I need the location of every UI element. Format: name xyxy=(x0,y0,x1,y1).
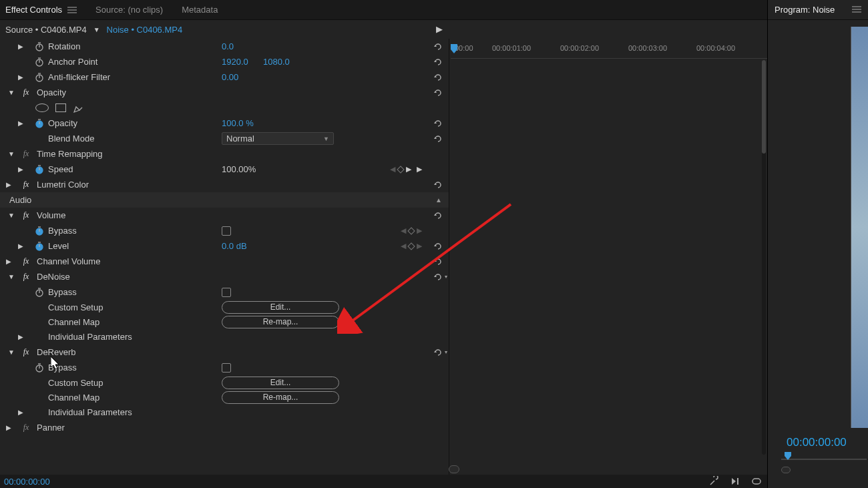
stopwatch-icon[interactable] xyxy=(35,42,44,51)
expand-toggle[interactable]: ▼ xyxy=(8,348,15,356)
program-ruler[interactable] xyxy=(781,452,867,464)
play-only-icon[interactable]: ▶ xyxy=(436,24,443,34)
expand-toggle[interactable]: ▶ xyxy=(17,242,24,250)
collapse-icon[interactable]: ▲ xyxy=(435,196,442,204)
play-icon[interactable]: ▶ xyxy=(417,165,422,174)
chevron-down-icon[interactable]: ▼ xyxy=(93,26,100,33)
stopwatch-icon[interactable] xyxy=(35,119,44,128)
add-keyframe-icon[interactable] xyxy=(407,227,415,234)
anchor-x-value[interactable]: 1920.0 xyxy=(222,57,248,67)
expand-toggle[interactable]: ▶ xyxy=(17,166,24,173)
reset-icon[interactable] xyxy=(433,256,443,267)
fx-badge-icon[interactable]: fx xyxy=(21,210,31,220)
current-timecode[interactable]: 00:00:00:00 xyxy=(0,477,50,487)
panel-menu-icon[interactable] xyxy=(67,7,77,13)
rect-mask-icon[interactable] xyxy=(55,103,66,112)
fx-badge-icon[interactable]: fx xyxy=(21,272,31,282)
fx-badge-icon[interactable]: fx xyxy=(21,423,31,433)
bypass-checkbox[interactable] xyxy=(222,288,231,297)
add-keyframe-icon[interactable] xyxy=(397,166,404,173)
individual-params-label: Individual Parameters xyxy=(48,407,132,417)
reset-icon[interactable] xyxy=(433,87,443,98)
program-monitor[interactable]: 00:00:00:00 xyxy=(768,20,868,488)
edit-button[interactable]: Edit... xyxy=(222,377,339,389)
anti-flicker-value[interactable]: 0.00 xyxy=(222,72,238,82)
expand-toggle[interactable]: ▶ xyxy=(17,43,24,50)
program-timecode[interactable]: 00:00:00:00 xyxy=(787,436,847,449)
playhead-icon[interactable] xyxy=(784,452,792,461)
reset-icon[interactable] xyxy=(433,134,443,144)
effect-menu-icon[interactable]: ▾ xyxy=(445,349,447,355)
panel-menu-icon[interactable] xyxy=(852,5,861,15)
next-keyframe-icon[interactable]: ▶ xyxy=(417,226,422,235)
effect-menu-icon[interactable]: ▾ xyxy=(445,274,447,280)
playhead-icon[interactable] xyxy=(450,44,458,55)
expand-toggle[interactable]: ▶ xyxy=(17,333,24,340)
ellipse-mask-icon[interactable] xyxy=(35,103,49,112)
edit-button[interactable]: Edit... xyxy=(222,301,339,314)
tab-source[interactable]: Source: (no clips) xyxy=(95,5,163,15)
stopwatch-icon[interactable] xyxy=(35,57,44,67)
stopwatch-icon[interactable] xyxy=(35,242,44,251)
expand-toggle[interactable]: ▶ xyxy=(5,181,12,188)
step-icon[interactable] xyxy=(730,476,740,487)
stopwatch-icon[interactable] xyxy=(35,288,44,297)
tab-effect-controls[interactable]: Effect Controls xyxy=(5,5,77,15)
speed-value[interactable]: 100.00% xyxy=(222,164,256,174)
fx-badge-icon[interactable]: fx xyxy=(21,347,31,357)
remap-button[interactable]: Re-map... xyxy=(222,391,339,404)
prev-keyframe-icon[interactable]: ◀ xyxy=(390,165,395,174)
expand-toggle[interactable]: ▼ xyxy=(8,212,15,219)
reset-icon[interactable] xyxy=(433,72,443,83)
stopwatch-icon[interactable] xyxy=(35,165,44,174)
reset-icon[interactable] xyxy=(433,241,443,252)
stopwatch-icon[interactable] xyxy=(35,363,44,373)
effect-denoise: ▼ fx DeNoise ▾ xyxy=(0,269,449,284)
reset-icon[interactable] xyxy=(433,272,443,282)
loop-icon[interactable] xyxy=(751,476,762,487)
stopwatch-icon[interactable] xyxy=(35,226,44,236)
anchor-y-value[interactable]: 1080.0 xyxy=(263,57,290,67)
pen-mask-icon[interactable] xyxy=(73,103,83,113)
expand-toggle[interactable]: ▼ xyxy=(8,150,15,158)
rotation-value[interactable]: 0.0 xyxy=(222,41,234,51)
level-value[interactable]: 0.0 dB xyxy=(222,241,247,251)
prop-opacity: ▶ Opacity 100.0 % xyxy=(0,115,449,131)
expand-toggle[interactable]: ▶ xyxy=(5,258,12,265)
fx-badge-icon[interactable]: fx xyxy=(21,180,31,190)
reset-icon[interactable] xyxy=(433,210,443,221)
add-keyframe-icon[interactable] xyxy=(407,242,415,250)
program-zoom-scrollbar[interactable] xyxy=(781,467,867,473)
vertical-scrollbar[interactable] xyxy=(762,60,766,455)
timeline-ruler[interactable]: 00:00 00:00:01:00 00:00:02:00 00:00:03:0… xyxy=(451,40,767,59)
wrench-icon[interactable] xyxy=(708,476,719,487)
reset-icon[interactable] xyxy=(433,347,443,358)
next-keyframe-icon[interactable]: ▶ xyxy=(417,242,422,250)
remap-button[interactable]: Re-map... xyxy=(222,316,339,328)
next-keyframe-icon[interactable]: ▶ xyxy=(406,165,411,174)
reset-icon[interactable] xyxy=(433,41,443,52)
fx-badge-icon[interactable]: fx xyxy=(21,87,31,97)
dereverb-label: DeReverb xyxy=(37,347,76,357)
stopwatch-icon[interactable] xyxy=(35,73,44,82)
tab-metadata[interactable]: Metadata xyxy=(182,5,218,15)
bypass-checkbox[interactable] xyxy=(222,363,231,373)
expand-toggle[interactable]: ▼ xyxy=(8,273,15,280)
reset-icon[interactable] xyxy=(433,57,443,67)
prev-keyframe-icon[interactable]: ◀ xyxy=(401,242,406,250)
zoom-scrollbar[interactable] xyxy=(449,465,761,473)
prev-keyframe-icon[interactable]: ◀ xyxy=(401,226,406,235)
bypass-checkbox[interactable] xyxy=(222,226,231,236)
reset-icon[interactable] xyxy=(433,180,443,190)
blend-mode-select[interactable]: Normal▼ xyxy=(222,132,334,145)
denoise-label: DeNoise xyxy=(37,272,70,282)
expand-toggle[interactable]: ▶ xyxy=(5,424,12,431)
fx-badge-icon[interactable]: fx xyxy=(21,256,31,266)
reset-icon[interactable] xyxy=(433,118,443,129)
expand-toggle[interactable]: ▶ xyxy=(17,73,24,81)
expand-toggle[interactable]: ▶ xyxy=(17,409,24,416)
fx-badge-icon[interactable]: fx xyxy=(21,149,31,159)
expand-toggle[interactable]: ▼ xyxy=(8,89,15,96)
opacity-value[interactable]: 100.0 % xyxy=(222,118,254,128)
expand-toggle[interactable]: ▶ xyxy=(17,119,24,127)
